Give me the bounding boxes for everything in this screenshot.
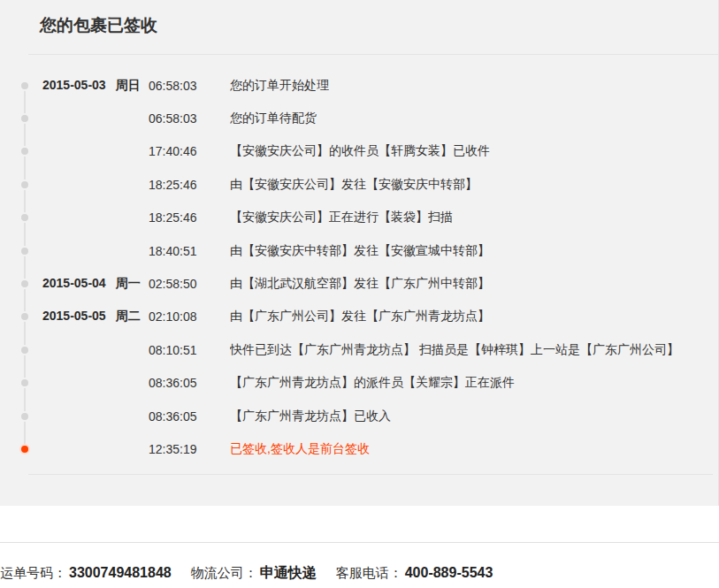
timeline-dot (19, 212, 30, 223)
timeline-event-row-signed: 12:35:19 已签收,签收人是前台签收 (0, 432, 718, 465)
logistics-company-value: 申通快递 (260, 564, 317, 583)
timeline-event-row: 18:40:51 由【安徽安庆中转部】发往【安徽宣城中转部】 (0, 234, 718, 267)
event-date-text: 2015-05-05 (42, 309, 106, 323)
event-date (42, 376, 149, 390)
event-message: 由【广东广州公司】发往【广东广州青龙坊点】 (230, 309, 718, 325)
timeline-event-row: 17:40:46 【安徽安庆公司】的收件员【轩腾女装】已收件 (0, 135, 718, 168)
timeline-dot (19, 246, 30, 256)
event-date: 2015-05-04周一 (42, 276, 149, 292)
timeline-event-row: 18:25:46 【安徽安庆公司】正在进行【装袋】扫描 (0, 202, 718, 234)
event-date (42, 442, 149, 456)
event-date-text: 2015-05-03 (42, 78, 106, 92)
tracking-panel: 您的包裹已签收 2015-05-03周日 06:58:03 您的订单开始处理 0… (0, 0, 719, 506)
page-title: 您的包裹已签收 (40, 12, 718, 39)
service-phone-value: 400-889-5543 (405, 565, 493, 581)
timeline-event-row: 18:25:46 由【安徽安庆公司】发往【安徽安庆中转部】 (0, 168, 718, 201)
timeline-dot (19, 146, 30, 157)
timeline-dot (19, 179, 30, 190)
event-message: 您的订单开始处理 (230, 78, 718, 94)
event-date (42, 144, 149, 158)
event-weekday: 周二 (116, 309, 141, 323)
timeline-event-row: 08:36:05 【广东广州青龙坊点】已收入 (0, 400, 718, 432)
event-time: 06:58:03 (149, 79, 230, 93)
timeline-dot (19, 345, 30, 355)
service-phone-label: 客服电话： (336, 565, 402, 582)
event-weekday: 周一 (116, 276, 141, 290)
event-message: 【安徽安庆公司】的收件员【轩腾女装】已收件 (230, 143, 718, 159)
event-time: 02:58:50 (149, 277, 230, 291)
timeline-event-row: 2015-05-04周一 02:58:50 由【湖北武汉航空部】发往【广东广州中… (0, 267, 718, 300)
event-date (42, 409, 149, 424)
event-message: 【安徽安庆公司】正在进行【装袋】扫描 (230, 210, 718, 225)
shipment-info-footer: 运单号码：3300749481848 物流公司：申通快递 客服电话：400-88… (0, 542, 719, 583)
event-time: 02:10:08 (149, 309, 230, 324)
tracking-number-label: 运单号码： (0, 565, 66, 582)
event-time: 08:10:51 (149, 343, 230, 357)
event-time: 12:35:19 (149, 442, 230, 456)
timeline-dot (19, 311, 30, 322)
event-message: 由【湖北武汉航空部】发往【广东广州中转部】 (230, 276, 718, 292)
timeline-event-row: 08:36:05 【广东广州青龙坊点】的派件员【关耀宗】正在派件 (0, 367, 718, 400)
timeline-dot (19, 113, 30, 124)
header-divider (28, 54, 718, 55)
event-date-text: 2015-05-04 (42, 276, 106, 290)
event-date: 2015-05-03周日 (42, 78, 149, 94)
event-date: 2015-05-05周二 (42, 309, 149, 325)
timeline-event-row: 2015-05-03周日 06:58:03 您的订单开始处理 (0, 69, 718, 102)
event-date (42, 210, 149, 225)
timeline-bottom-divider (28, 474, 713, 475)
event-message: 由【安徽安庆公司】发往【安徽安庆中转部】 (230, 177, 718, 193)
tracking-number-value: 3300749481848 (69, 565, 172, 581)
event-date (42, 343, 149, 357)
event-message: 已签收,签收人是前台签收 (230, 441, 718, 457)
timeline-dot-signed (19, 444, 30, 454)
event-time: 08:36:05 (149, 376, 230, 390)
event-time: 06:58:03 (149, 111, 230, 126)
event-date (42, 178, 149, 192)
timeline-event-row: 08:10:51 快件已到达【广东广州青龙坊点】 扫描员是【钟梓琪】上一站是【广… (0, 333, 718, 366)
event-time: 08:36:05 (149, 409, 230, 424)
timeline-event-row: 06:58:03 您的订单待配货 (0, 102, 718, 134)
event-message: 【广东广州青龙坊点】的派件员【关耀宗】正在派件 (230, 375, 718, 391)
event-weekday: 周日 (116, 78, 141, 92)
event-message: 【广东广州青龙坊点】已收入 (230, 409, 718, 424)
timeline-event-row: 2015-05-05周二 02:10:08 由【广东广州公司】发往【广东广州青龙… (0, 301, 718, 333)
event-date (42, 244, 149, 258)
timeline-dot (19, 378, 30, 388)
timeline-dot (19, 80, 30, 91)
panel-header: 您的包裹已签收 (0, 0, 718, 54)
event-time: 18:25:46 (149, 178, 230, 192)
event-date (42, 111, 149, 126)
logistics-company-label: 物流公司： (191, 565, 257, 582)
timeline-dot (19, 411, 30, 422)
event-message: 快件已到达【广东广州青龙坊点】 扫描员是【钟梓琪】上一站是【广东广州公司】 (230, 342, 718, 358)
event-time: 18:25:46 (149, 210, 230, 225)
timeline-dot (19, 279, 30, 289)
event-time: 17:40:46 (149, 144, 230, 158)
event-message: 您的订单待配货 (230, 111, 718, 126)
tracking-timeline: 2015-05-03周日 06:58:03 您的订单开始处理 06:58:03 … (0, 69, 718, 466)
event-message: 由【安徽安庆中转部】发往【安徽宣城中转部】 (230, 243, 718, 259)
event-time: 18:40:51 (149, 244, 230, 258)
